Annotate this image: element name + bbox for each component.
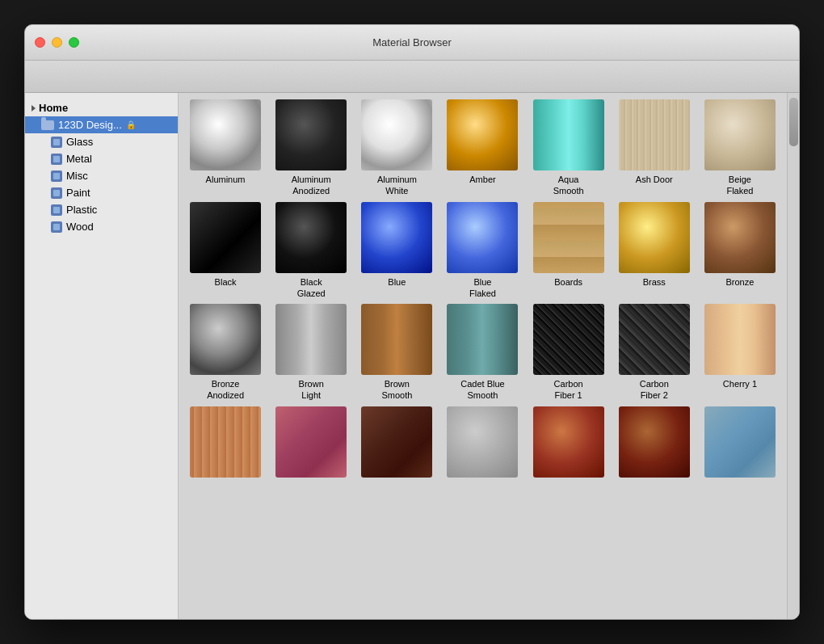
window-controls	[35, 37, 79, 48]
material-label-brown-light: BrownLight	[299, 378, 324, 402]
material-label-aluminum: Aluminum	[206, 174, 246, 185]
material-cell-aluminum-anodized[interactable]: AluminumAnodized	[271, 99, 351, 197]
category-icon-metal	[51, 154, 62, 165]
material-label-black-glazed: BlackGlazed	[297, 276, 326, 300]
category-icon-misc	[51, 170, 62, 182]
material-cell-bronze-anodized[interactable]: BronzeAnodized	[185, 304, 266, 402]
lock-icon: 🔒	[126, 120, 136, 129]
material-thumb-carbon-fiber-2	[619, 304, 690, 375]
material-label-brass: Brass	[643, 276, 666, 288]
material-thumb-ash-door	[619, 99, 690, 170]
sidebar-item-plastic[interactable]: Plastic	[25, 201, 178, 218]
material-thumb-boards	[533, 202, 604, 273]
materials-grid: Aluminum AluminumAnodized AluminumWhite …	[185, 99, 780, 481]
content-area: Home 123D Desig... 🔒 Glass Metal Misc	[25, 93, 799, 619]
material-cell-blue-flaked[interactable]: BlueFlaked	[442, 202, 523, 300]
material-cell-copper[interactable]	[528, 406, 609, 481]
material-browser-window: Material Browser Home 123D Desig... 🔒 Gl…	[24, 24, 800, 620]
category-icon-paint	[51, 187, 62, 199]
material-cell-blue[interactable]: Blue	[356, 202, 437, 300]
sidebar-home[interactable]: Home	[25, 99, 178, 116]
material-label-black: Black	[215, 276, 237, 288]
close-button[interactable]	[35, 37, 45, 48]
category-label-glass: Glass	[66, 136, 93, 148]
material-cell-carbon-fiber-1[interactable]: CarbonFiber 1	[528, 304, 609, 402]
material-cell-brass[interactable]: Brass	[614, 202, 695, 300]
material-thumb-bronze-anodized	[190, 304, 261, 375]
material-cell-cherry-1[interactable]: Cherry 1	[700, 304, 780, 402]
material-thumb-brown-smooth	[361, 304, 432, 375]
material-cell-cocoa[interactable]	[356, 406, 437, 481]
material-thumb-aluminum	[190, 99, 261, 170]
material-thumb-cherry-wood	[190, 406, 261, 478]
category-label-wood: Wood	[66, 221, 94, 233]
material-cell-blue-plastic[interactable]	[700, 406, 780, 481]
material-label-ash-door: Ash Door	[636, 174, 673, 185]
material-cell-boards[interactable]: Boards	[528, 202, 609, 300]
material-cell-aluminum-white[interactable]: AluminumWhite	[356, 99, 437, 197]
material-label-carbon-fiber-1: CarbonFiber 1	[554, 378, 583, 402]
material-cell-clay-red[interactable]	[271, 406, 351, 481]
material-cell-copper-dark[interactable]	[614, 406, 695, 481]
home-label: Home	[39, 102, 68, 114]
titlebar: Material Browser	[25, 25, 799, 61]
material-cell-cadet-blue-smooth[interactable]: Cadet BlueSmooth	[442, 304, 523, 402]
material-cell-aqua-smooth[interactable]: AquaSmooth	[528, 99, 609, 197]
material-cell-amber[interactable]: Amber	[442, 99, 523, 197]
sidebar-item-123d[interactable]: 123D Desig... 🔒	[25, 116, 178, 133]
sidebar-item-wood[interactable]: Wood	[25, 218, 178, 235]
expand-triangle-icon	[32, 105, 36, 112]
main-content[interactable]: Aluminum AluminumAnodized AluminumWhite …	[179, 93, 787, 619]
material-thumb-copper	[533, 406, 604, 478]
material-label-blue-flaked: BlueFlaked	[469, 276, 496, 300]
sidebar-item-glass[interactable]: Glass	[25, 133, 178, 150]
folder-icon	[41, 120, 54, 130]
sidebar-item-paint[interactable]: Paint	[25, 184, 178, 201]
material-thumb-black	[190, 202, 261, 273]
material-cell-brown-light[interactable]: BrownLight	[271, 304, 351, 402]
material-cell-aluminum[interactable]: Aluminum	[185, 99, 266, 197]
material-thumb-brass	[619, 202, 690, 273]
material-label-blue: Blue	[388, 276, 406, 288]
material-thumb-cadet-blue-smooth	[447, 304, 518, 375]
material-cell-carbon-fiber-2[interactable]: CarbonFiber 2	[614, 304, 695, 402]
material-thumb-bronze	[704, 202, 776, 273]
maximize-button[interactable]	[69, 37, 79, 48]
material-label-bronze-anodized: BronzeAnodized	[207, 378, 244, 402]
material-cell-beige-flaked[interactable]: BeigeFlaked	[700, 99, 780, 197]
material-label-beige-flaked: BeigeFlaked	[726, 174, 753, 197]
material-label-bronze: Bronze	[725, 276, 754, 288]
material-label-brown-smooth: BrownSmooth	[381, 378, 412, 402]
material-cell-concrete[interactable]	[442, 406, 523, 481]
toolbar	[25, 61, 799, 93]
sidebar-item-metal[interactable]: Metal	[25, 150, 178, 167]
material-label-amber: Amber	[469, 174, 495, 185]
material-cell-cherry-wood[interactable]	[185, 406, 266, 481]
material-label-aqua-smooth: AquaSmooth	[553, 174, 584, 197]
material-label-cherry-1: Cherry 1	[723, 378, 757, 389]
category-label-paint: Paint	[66, 187, 90, 199]
material-thumb-beige-flaked	[704, 99, 776, 170]
scrollbar[interactable]	[787, 93, 799, 619]
material-cell-brown-smooth[interactable]: BrownSmooth	[356, 304, 437, 402]
sidebar: Home 123D Desig... 🔒 Glass Metal Misc	[25, 93, 179, 619]
material-cell-black[interactable]: Black	[185, 202, 266, 300]
window-title: Material Browser	[372, 36, 452, 48]
material-label-boards: Boards	[554, 276, 582, 288]
category-label-misc: Misc	[66, 170, 88, 182]
scrollbar-thumb[interactable]	[789, 98, 798, 146]
material-thumb-blue	[361, 202, 432, 273]
folder-label: 123D Desig...	[58, 119, 122, 131]
material-thumb-blue-flaked	[447, 202, 518, 273]
material-label-aluminum-white: AluminumWhite	[377, 174, 417, 197]
material-cell-bronze[interactable]: Bronze	[700, 202, 780, 300]
material-cell-ash-door[interactable]: Ash Door	[614, 99, 695, 197]
sidebar-item-misc[interactable]: Misc	[25, 167, 178, 184]
category-icon-glass	[51, 137, 62, 148]
material-thumb-aqua-smooth	[533, 99, 604, 170]
material-cell-black-glazed[interactable]: BlackGlazed	[271, 202, 351, 300]
material-thumb-cherry-1	[704, 304, 776, 375]
material-thumb-carbon-fiber-1	[533, 304, 604, 375]
material-thumb-black-glazed	[275, 202, 347, 273]
minimize-button[interactable]	[52, 37, 62, 48]
